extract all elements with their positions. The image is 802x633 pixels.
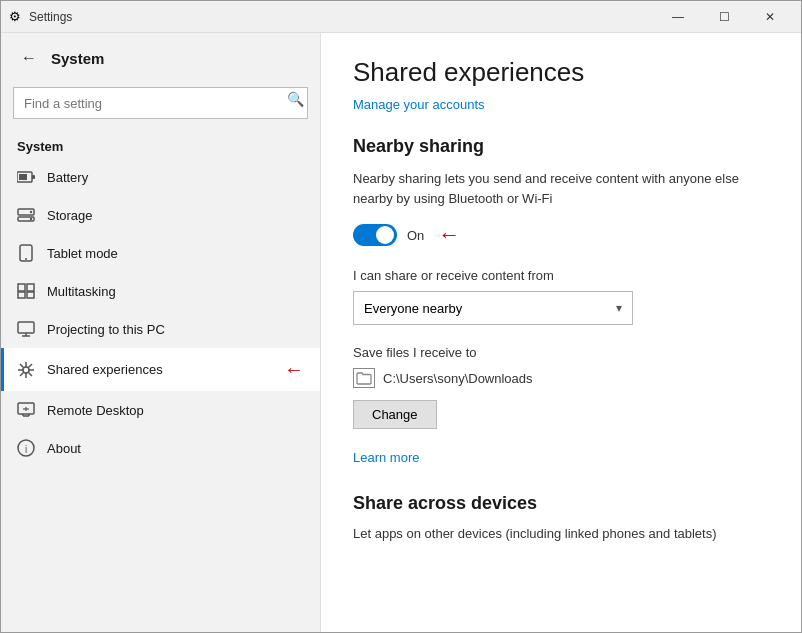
svg-point-8 (25, 258, 27, 260)
about-icon: i (17, 439, 35, 457)
back-button[interactable]: ← (17, 45, 41, 71)
toggle-row: On ← (353, 222, 769, 248)
nearby-sharing-title: Nearby sharing (353, 136, 769, 157)
titlebar: ⚙ Settings — ☐ ✕ (1, 1, 801, 33)
sidebar: ← System 🔍 System Battery Storage (1, 33, 321, 633)
svg-line-24 (20, 372, 24, 376)
manage-accounts-link[interactable]: Manage your accounts (353, 97, 485, 112)
sidebar-item-about-label: About (47, 441, 304, 456)
svg-rect-13 (18, 322, 34, 333)
sidebar-item-tablet[interactable]: Tablet mode (1, 234, 320, 272)
svg-rect-12 (27, 292, 34, 298)
share-across-title: Share across devices (353, 493, 769, 514)
close-button[interactable]: ✕ (747, 1, 793, 33)
nearby-sharing-toggle[interactable] (353, 224, 397, 246)
sidebar-item-shared-label: Shared experiences (47, 362, 268, 377)
svg-point-5 (30, 211, 32, 213)
projecting-icon (17, 320, 35, 338)
sidebar-item-storage[interactable]: Storage (1, 196, 320, 234)
titlebar-left: ⚙ Settings (9, 9, 72, 24)
sidebar-header: ← System (1, 33, 320, 83)
sidebar-item-multitasking[interactable]: Multitasking (1, 272, 320, 310)
main-content: Shared experiences Manage your accounts … (321, 33, 801, 633)
svg-rect-10 (27, 284, 34, 291)
titlebar-controls: — ☐ ✕ (655, 1, 793, 33)
system-section-label: System (1, 131, 320, 158)
sidebar-item-projecting-label: Projecting to this PC (47, 322, 304, 337)
settings-icon: ⚙ (9, 9, 21, 24)
sidebar-item-battery-label: Battery (47, 170, 304, 185)
dropdown-value: Everyone nearby (364, 301, 462, 316)
svg-point-6 (30, 218, 32, 220)
share-scope-dropdown[interactable]: Everyone nearby ▾ (353, 291, 633, 325)
sidebar-item-shared[interactable]: Shared experiences ← (1, 348, 320, 391)
sidebar-item-tablet-label: Tablet mode (47, 246, 304, 261)
sidebar-item-battery[interactable]: Battery (1, 158, 320, 196)
svg-text:i: i (25, 444, 27, 455)
svg-line-21 (20, 364, 24, 368)
save-files-label: Save files I receive to (353, 345, 769, 360)
sidebar-item-remote-label: Remote Desktop (47, 403, 304, 418)
sidebar-item-remote[interactable]: Remote Desktop (1, 391, 320, 429)
file-path-text: C:\Users\sony\Downloads (383, 371, 533, 386)
svg-rect-1 (32, 175, 35, 179)
share-across-description: Let apps on other devices (including lin… (353, 524, 769, 544)
svg-rect-11 (18, 292, 25, 298)
svg-line-23 (29, 364, 33, 368)
sidebar-item-storage-label: Storage (47, 208, 304, 223)
folder-icon (353, 368, 375, 388)
nearby-sharing-description: Nearby sharing lets you send and receive… (353, 169, 769, 208)
toggle-knob (376, 226, 394, 244)
svg-rect-9 (18, 284, 25, 291)
shared-arrow-indicator: ← (284, 358, 304, 381)
sidebar-item-multitasking-label: Multitasking (47, 284, 304, 299)
battery-icon (17, 168, 35, 186)
sidebar-item-about[interactable]: i About (1, 429, 320, 467)
share-from-label: I can share or receive content from (353, 268, 769, 283)
svg-line-22 (29, 372, 33, 376)
sidebar-title: System (51, 50, 104, 67)
svg-point-16 (23, 367, 29, 373)
maximize-button[interactable]: ☐ (701, 1, 747, 33)
minimize-button[interactable]: — (655, 1, 701, 33)
file-path-row: C:\Users\sony\Downloads (353, 368, 769, 388)
multitasking-icon (17, 282, 35, 300)
storage-icon (17, 206, 35, 224)
shared-experiences-icon (17, 361, 35, 379)
search-input[interactable] (13, 87, 308, 119)
learn-more-link[interactable]: Learn more (353, 450, 419, 465)
remote-desktop-icon (17, 401, 35, 419)
sidebar-item-projecting[interactable]: Projecting to this PC (1, 310, 320, 348)
toggle-label: On (407, 228, 424, 243)
app-body: ← System 🔍 System Battery Storage (1, 33, 801, 633)
search-icon[interactable]: 🔍 (287, 91, 304, 107)
titlebar-title: Settings (29, 10, 72, 24)
search-box: 🔍 (13, 87, 308, 119)
page-title: Shared experiences (353, 57, 769, 88)
toggle-arrow-indicator: ← (438, 222, 460, 248)
change-button[interactable]: Change (353, 400, 437, 429)
tablet-icon (17, 244, 35, 262)
svg-rect-2 (19, 174, 27, 180)
chevron-down-icon: ▾ (616, 301, 622, 315)
